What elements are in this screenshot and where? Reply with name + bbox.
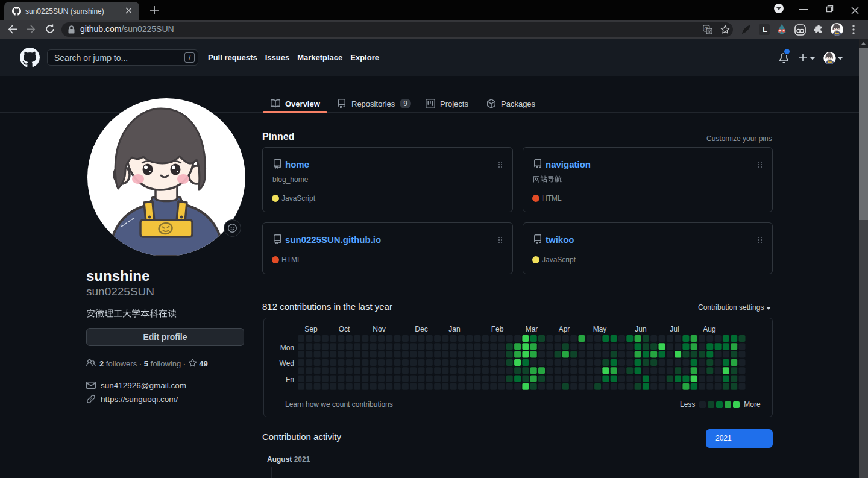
svg-text:Wed: Wed [280,359,294,368]
svg-text:Dec: Dec [415,325,427,333]
svg-text:Aug: Aug [703,325,715,333]
svg-text:Mon: Mon [280,344,294,352]
svg-text:Oct: Oct [339,325,350,333]
svg-text:May: May [593,325,607,333]
svg-text:Apr: Apr [559,325,570,333]
svg-text:Fri: Fri [286,376,294,384]
svg-text:Sep: Sep [304,325,318,333]
svg-text:Feb: Feb [491,325,504,333]
svg-text:Mar: Mar [526,325,538,333]
svg-text:Jul: Jul [670,325,679,333]
svg-text:Jan: Jan [448,325,460,333]
svg-text:Jun: Jun [635,325,646,333]
svg-text:Nov: Nov [373,325,385,333]
